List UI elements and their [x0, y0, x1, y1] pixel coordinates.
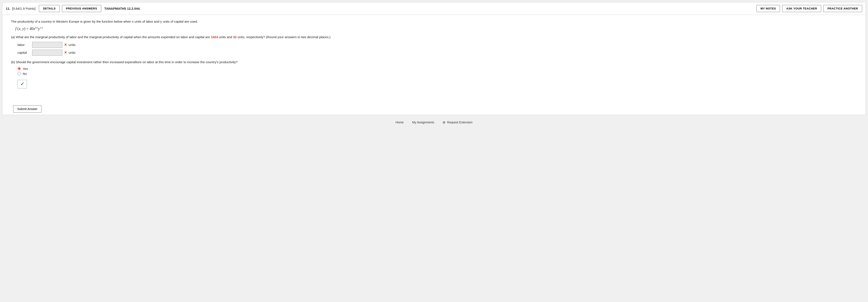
- footer-nav: Home My Assignments ⊞ Request Extension: [0, 117, 868, 127]
- capital-error-icon: ✕: [64, 51, 67, 55]
- highlight-1024: 1024: [211, 35, 218, 39]
- radio-yes-label: Yes: [23, 67, 28, 70]
- details-button[interactable]: DETAILS: [39, 5, 60, 12]
- submit-button[interactable]: Submit Answer: [13, 105, 41, 113]
- ask-teacher-button[interactable]: ASK YOUR TEACHER: [782, 5, 821, 12]
- question-container: 11. [0.64/1.9 Points] DETAILS PREVIOUS A…: [2, 2, 866, 115]
- labor-label: labor: [18, 43, 30, 47]
- radio-yes[interactable]: Yes: [18, 67, 857, 70]
- practice-another-button[interactable]: PRACTICE ANOTHER: [823, 5, 862, 12]
- radio-group: Yes No: [18, 67, 857, 76]
- radio-no-label: No: [23, 72, 27, 76]
- part-b: (b) Should the government encourage capi…: [11, 60, 857, 91]
- labor-row: labor ✕ units: [18, 42, 857, 48]
- previous-answers-button[interactable]: PREVIOUS ANSWERS: [62, 5, 101, 12]
- problem-statement: The productivity of a country in Western…: [11, 19, 857, 24]
- footer-home-link[interactable]: Home: [396, 121, 403, 124]
- part-a: (a) What are the marginal productivity o…: [11, 34, 857, 56]
- capital-label: capital: [18, 51, 30, 54]
- check-box-area: ✓: [18, 80, 27, 88]
- problem-title: TANAPMATH5 12.2.044.: [104, 7, 754, 10]
- labor-units-label: units: [69, 43, 75, 47]
- capital-units-label: units: [69, 51, 75, 54]
- submit-section: Submit Answer: [4, 105, 864, 113]
- formula-display: f (x, y) = 40x4/5y1/5: [15, 26, 857, 31]
- check-mark-icon: ✓: [20, 81, 24, 87]
- question-header: 11. [0.64/1.9 Points] DETAILS PREVIOUS A…: [2, 2, 866, 15]
- capital-row: capital ✕ units: [18, 50, 857, 56]
- footer-assignments-link[interactable]: My Assignments: [412, 121, 434, 124]
- labor-error-icon: ✕: [64, 43, 67, 47]
- question-number: 11. [0.64/1.9 Points]: [6, 7, 35, 10]
- part-b-question: (b) Should the government encourage capi…: [11, 60, 857, 65]
- radio-no-input[interactable]: [18, 72, 21, 75]
- footer-request-link[interactable]: ⊞ Request Extension: [443, 121, 472, 124]
- capital-input[interactable]: [32, 50, 62, 56]
- radio-no[interactable]: No: [18, 72, 857, 76]
- request-extension-icon: ⊞: [443, 121, 445, 124]
- right-buttons-group: MY NOTES ASK YOUR TEACHER PRACTICE ANOTH…: [756, 5, 862, 12]
- my-notes-button[interactable]: MY NOTES: [756, 5, 780, 12]
- labor-input[interactable]: [32, 42, 62, 48]
- part-a-question: (a) What are the marginal productivity o…: [11, 34, 857, 40]
- radio-yes-input[interactable]: [18, 67, 21, 70]
- highlight-32: 32: [233, 35, 237, 39]
- question-body: The productivity of a country in Western…: [2, 15, 866, 101]
